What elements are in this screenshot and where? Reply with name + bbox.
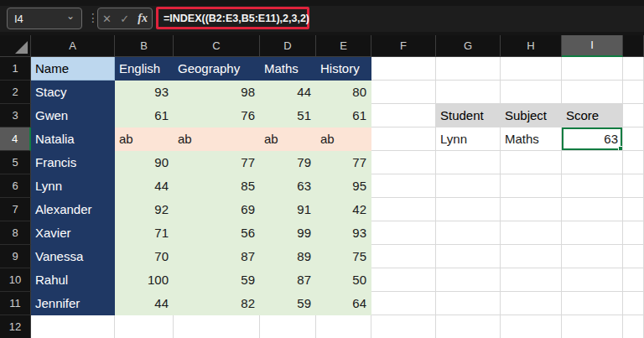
cell-E8[interactable]: 93 [316,221,371,245]
cell-I5[interactable] [562,151,623,174]
cell-E1[interactable]: History [316,57,371,81]
column-header-A[interactable]: A [31,35,115,57]
cell-C6[interactable]: 85 [174,174,260,198]
row-header-8[interactable]: 8 [0,221,31,245]
row-header-2[interactable]: 2 [0,81,31,104]
cell-I4[interactable]: 63 [562,127,623,151]
formula-input[interactable]: =INDEX((B2:E3,B5:E11),2,3,2) [158,13,309,24]
cell-A5[interactable]: Francis [31,151,115,174]
cell-B2[interactable]: 93 [115,81,174,104]
chevron-down-icon[interactable]: ⌄ [66,12,75,20]
cell-partial2[interactable] [623,81,644,104]
cell-I8[interactable] [562,221,623,245]
cell-C11[interactable]: 82 [174,292,260,315]
cell-C2[interactable]: 98 [174,81,260,104]
cell-G9[interactable] [436,245,501,268]
row-header-12[interactable]: 12 [0,315,31,338]
cell-E7[interactable]: 42 [316,198,371,221]
cell-C7[interactable]: 69 [174,198,260,221]
cell-partial3[interactable] [623,104,644,127]
cell-E6[interactable]: 95 [316,174,371,198]
cell-B4[interactable]: ab [115,127,174,151]
cell-A11[interactable]: Jennifer [31,292,115,315]
cell-C5[interactable]: 77 [174,151,260,174]
cell-F8[interactable] [371,221,436,245]
row-header-6[interactable]: 6 [0,174,31,198]
cell-D4[interactable]: ab [260,127,316,151]
cell-H5[interactable] [501,151,562,174]
cell-C12[interactable] [174,315,260,338]
row-header-10[interactable]: 10 [0,268,31,292]
cell-G4[interactable]: Lynn [436,127,501,151]
cell-D6[interactable]: 63 [260,174,316,198]
cell-F11[interactable] [371,292,436,315]
cell-I9[interactable] [562,245,623,268]
cell-H11[interactable] [501,292,562,315]
cell-E3[interactable]: 61 [316,104,371,127]
cell-A10[interactable]: Rahul [31,268,115,292]
cell-I2[interactable] [562,81,623,104]
name-box[interactable]: I4 ⌄ [7,8,82,29]
cell-E2[interactable]: 80 [316,81,371,104]
row-header-4[interactable]: 4 [0,127,31,151]
row-header-9[interactable]: 9 [0,245,31,268]
cell-G12[interactable] [436,315,501,338]
cell-B11[interactable]: 44 [115,292,174,315]
cell-D9[interactable]: 89 [260,245,316,268]
cell-H12[interactable] [501,315,562,338]
cancel-icon[interactable]: ✕ [102,13,112,25]
fill-handle[interactable] [618,146,622,150]
cell-partial11[interactable] [623,292,644,315]
cell-B7[interactable]: 92 [115,198,174,221]
cell-B3[interactable]: 61 [115,104,174,127]
cell-G11[interactable] [436,292,501,315]
column-header-B[interactable]: B [115,35,174,57]
row-header-3[interactable]: 3 [0,104,31,127]
cell-D11[interactable]: 59 [260,292,316,315]
cell-B10[interactable]: 100 [115,268,174,292]
select-all-corner[interactable] [0,35,31,57]
cell-C8[interactable]: 56 [174,221,260,245]
cell-G2[interactable] [436,81,501,104]
cell-H6[interactable] [501,174,562,198]
cell-B8[interactable]: 71 [115,221,174,245]
row-header-7[interactable]: 7 [0,198,31,221]
cell-A2[interactable]: Stacy [31,81,115,104]
cell-H8[interactable] [501,221,562,245]
cell-D7[interactable]: 91 [260,198,316,221]
cell-partial5[interactable] [623,151,644,174]
cell-G6[interactable] [436,174,501,198]
cell-A8[interactable]: Xavier [31,221,115,245]
cell-D3[interactable]: 51 [260,104,316,127]
row-header-11[interactable]: 11 [0,292,31,315]
cell-F12[interactable] [371,315,436,338]
cell-G10[interactable] [436,268,501,292]
cell-partial9[interactable] [623,245,644,268]
cell-I1[interactable] [562,57,623,81]
cell-F5[interactable] [371,151,436,174]
cell-C9[interactable]: 87 [174,245,260,268]
cell-F7[interactable] [371,198,436,221]
column-header-G[interactable]: G [436,35,501,57]
cell-partial10[interactable] [623,268,644,292]
cell-A9[interactable]: Vanessa [31,245,115,268]
cell-F3[interactable] [371,104,436,127]
column-header-C[interactable]: C [174,35,260,57]
cell-F4[interactable] [371,127,436,151]
cell-H1[interactable] [501,57,562,81]
column-header-partial[interactable] [623,35,644,57]
cell-A4[interactable]: Natalia [31,127,115,151]
cell-C3[interactable]: 76 [174,104,260,127]
cell-H10[interactable] [501,268,562,292]
cell-G7[interactable] [436,198,501,221]
cell-D10[interactable]: 87 [260,268,316,292]
cell-G1[interactable] [436,57,501,81]
cell-partial1[interactable] [623,57,644,81]
cell-F6[interactable] [371,174,436,198]
cell-I3[interactable]: Score [562,104,623,127]
cell-F1[interactable] [371,57,436,81]
cell-H9[interactable] [501,245,562,268]
cell-C10[interactable]: 59 [174,268,260,292]
enter-icon[interactable]: ✓ [120,13,129,25]
cell-B1[interactable]: English [115,57,174,81]
